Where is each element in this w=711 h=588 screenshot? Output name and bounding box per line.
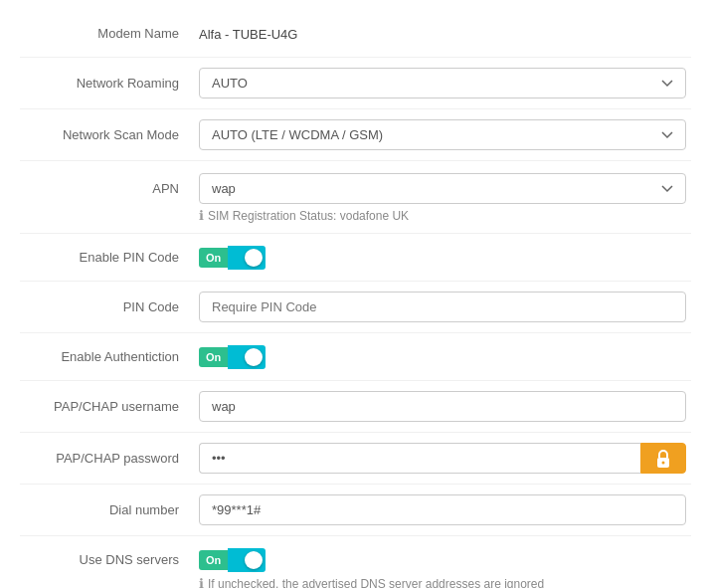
lock-icon <box>655 450 671 468</box>
network-scan-mode-label: Network Scan Mode <box>20 127 199 142</box>
pap-user-input[interactable] <box>199 391 686 422</box>
toggle-track[interactable] <box>228 246 266 270</box>
toggle-on-label: On <box>199 248 228 268</box>
dns-hint: ℹ If unchecked, the advertised DNS serve… <box>199 576 691 588</box>
dial-row: Dial number <box>20 485 691 536</box>
modem-name-row: Modem Name Alfa - TUBE-U4G <box>20 10 691 58</box>
dns-toggle-thumb <box>245 551 263 569</box>
dns-toggle-on-label: On <box>199 550 228 570</box>
dns-toggle-track[interactable] <box>228 548 266 572</box>
modem-name-value: Alfa - TUBE-U4G <box>199 27 297 42</box>
enable-auth-toggle[interactable]: On <box>199 345 691 369</box>
info-icon-dns: ℹ <box>199 576 204 588</box>
lock-button[interactable] <box>640 443 686 474</box>
dial-input[interactable] <box>199 494 686 525</box>
dns-row: Use DNS servers On ℹ If unchecked, the a… <box>20 536 691 588</box>
dial-label: Dial number <box>20 502 199 517</box>
enable-auth-label: Enable Authentiction <box>20 349 199 364</box>
pin-code-label: PIN Code <box>20 299 199 314</box>
network-roaming-select[interactable]: AUTO <box>199 68 686 98</box>
network-roaming-row: Network Roaming AUTO <box>20 58 691 109</box>
auth-toggle-thumb <box>245 348 263 366</box>
auth-toggle-on-label: On <box>199 347 228 367</box>
info-icon: ℹ <box>199 208 204 223</box>
apn-hint: ℹ SIM Registration Status: vodafone UK <box>199 208 691 223</box>
pap-user-row: PAP/CHAP username <box>20 381 691 433</box>
enable-pin-label: Enable PIN Code <box>20 250 199 265</box>
svg-point-1 <box>662 461 665 464</box>
pin-code-row: PIN Code <box>20 282 691 333</box>
dns-toggle[interactable]: On <box>199 548 691 572</box>
pap-pass-group <box>199 443 686 474</box>
dns-label: Use DNS servers <box>20 548 199 567</box>
modem-name-label: Modem Name <box>20 26 199 41</box>
network-scan-mode-row: Network Scan Mode AUTO (LTE / WCDMA / GS… <box>20 109 691 161</box>
apn-label: APN <box>20 173 199 196</box>
enable-pin-row: Enable PIN Code On <box>20 234 691 282</box>
enable-pin-toggle[interactable]: On <box>199 246 691 270</box>
pap-pass-label: PAP/CHAP password <box>20 451 199 466</box>
pap-user-label: PAP/CHAP username <box>20 399 199 414</box>
pin-code-input[interactable] <box>199 292 686 322</box>
enable-auth-row: Enable Authentiction On <box>20 333 691 381</box>
apn-row: APN wap ℹ SIM Registration Status: vodaf… <box>20 161 691 234</box>
network-scan-mode-select[interactable]: AUTO (LTE / WCDMA / GSM) <box>199 119 686 150</box>
pap-pass-input[interactable] <box>199 443 640 474</box>
pap-pass-row: PAP/CHAP password <box>20 433 691 485</box>
auth-toggle-track[interactable] <box>228 345 266 369</box>
apn-select[interactable]: wap <box>199 173 686 204</box>
network-roaming-label: Network Roaming <box>20 76 199 91</box>
toggle-thumb <box>245 249 263 267</box>
